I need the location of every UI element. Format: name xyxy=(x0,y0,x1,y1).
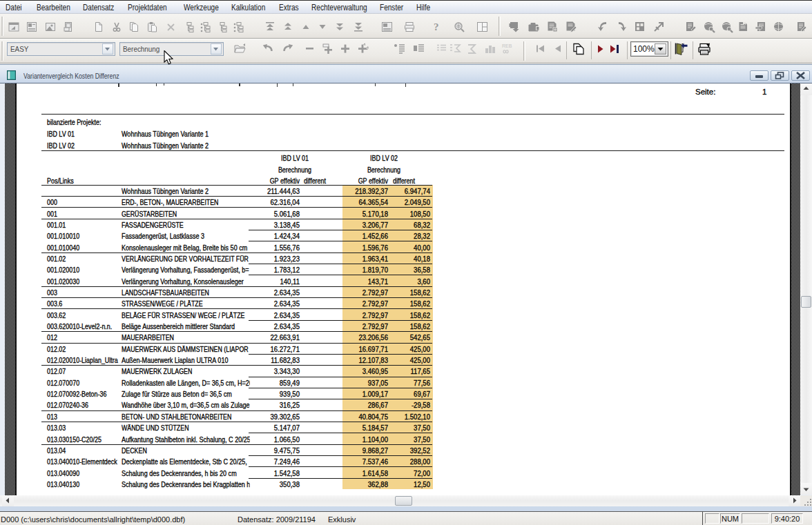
svg-text:REB: REB xyxy=(502,43,512,48)
